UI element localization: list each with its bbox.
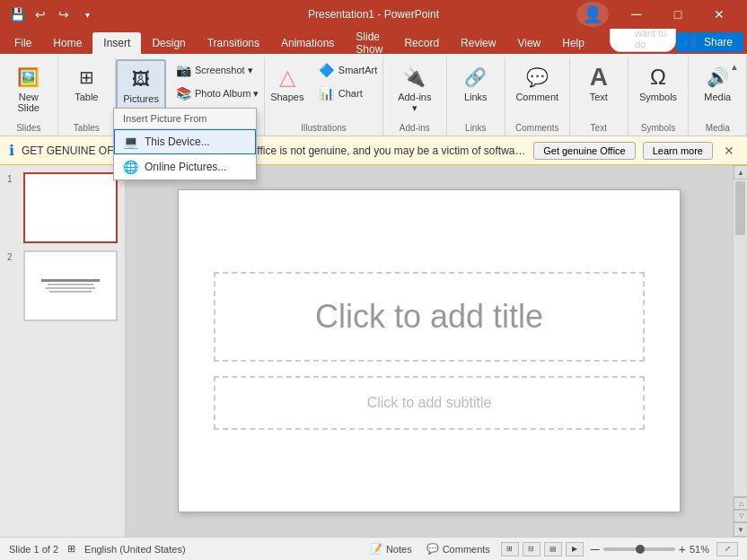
subtitle-placeholder[interactable]: Click to add subtitle xyxy=(214,376,645,430)
addins-icon: 🔌 xyxy=(400,63,429,92)
reading-view-button[interactable]: ▤ xyxy=(544,542,562,556)
slide-canvas[interactable]: Click to add title Click to add subtitle xyxy=(178,189,681,512)
scroll-thumb[interactable] xyxy=(735,181,745,235)
comment-icon: 💬 xyxy=(523,63,551,92)
redo-button[interactable]: ↪ xyxy=(54,4,74,24)
group-label-comments: Comments xyxy=(515,123,558,136)
shapes-icon: △ xyxy=(273,63,302,92)
zoom-slider[interactable] xyxy=(603,547,675,551)
slide-thumbnail-1[interactable]: 1 xyxy=(7,172,118,243)
shapes-button[interactable]: △ Shapes xyxy=(265,59,310,106)
subtitle-placeholder-text: Click to add subtitle xyxy=(367,395,492,411)
symbols-button[interactable]: Ω Symbols xyxy=(634,59,682,106)
group-label-slides: Slides xyxy=(16,123,40,136)
scroll-up-button[interactable]: ▲ xyxy=(734,165,747,179)
screenshot-button[interactable]: 📷 Screenshot ▾ xyxy=(170,59,264,81)
status-left: Slide 1 of 2 ⊞ English (United States) xyxy=(9,543,186,555)
fit-slide-button[interactable]: ⤢ xyxy=(716,542,738,556)
slideshow-button[interactable]: ▶ xyxy=(566,542,584,556)
view-icons: ⊞ ⊟ ▤ ▶ xyxy=(501,542,584,556)
slide-preview-1[interactable] xyxy=(23,172,118,243)
minimize-button[interactable]: ─ xyxy=(616,0,657,29)
ribbon-group-comments: 💬 Comment Comments xyxy=(505,57,570,136)
slide-thumbnail-2[interactable]: 2 xyxy=(7,250,118,321)
share-button[interactable]: 👤 Share xyxy=(676,32,743,52)
this-device-option[interactable]: 💻 This Device... xyxy=(114,129,256,154)
new-slide-button[interactable]: 🖼️ NewSlide xyxy=(6,59,51,117)
table-button[interactable]: ⊞ Table xyxy=(64,59,109,106)
notification-close-button[interactable]: ✕ xyxy=(720,142,738,160)
vertical-scrollbar[interactable]: ▲ △ ▽ ▼ xyxy=(733,165,747,537)
slide-info-icon[interactable]: ⊞ xyxy=(67,543,75,555)
scroll-down-button[interactable]: ▼ xyxy=(734,522,747,537)
save-button[interactable]: 💾 xyxy=(7,4,27,24)
tab-record[interactable]: Record xyxy=(393,32,450,54)
ribbon-group-slides: 🖼️ NewSlide Slides xyxy=(0,57,58,136)
tab-file[interactable]: File xyxy=(4,32,42,54)
ribbon-group-items-illustrations: △ Shapes 🔷 SmartArt 📊 Chart xyxy=(261,57,386,123)
symbols-icon: Ω xyxy=(644,63,672,92)
photo-album-icon: 📚 xyxy=(175,85,191,101)
group-label-tables: Tables xyxy=(74,123,100,136)
addins-button[interactable]: 🔌 Add-ins ▾ xyxy=(392,59,437,118)
this-device-icon: 💻 xyxy=(123,135,137,149)
tab-animations[interactable]: Animations xyxy=(270,32,345,54)
links-button[interactable]: 🔗 Links xyxy=(453,59,498,106)
undo-button[interactable]: ↩ xyxy=(31,4,50,24)
group-label-addins: Add-ins xyxy=(400,123,430,136)
tab-home[interactable]: Home xyxy=(42,32,92,54)
pictures-icon: 🖼 xyxy=(127,65,155,93)
notes-icon: 📝 xyxy=(370,543,382,555)
group-label-media: Media xyxy=(706,123,730,136)
ribbon-group-addins: 🔌 Add-ins ▾ Add-ins xyxy=(383,57,447,136)
customize-qat-button[interactable]: ▾ xyxy=(77,4,97,24)
comment-button[interactable]: 💬 Comment xyxy=(510,59,564,106)
notification-text: GET GENUINE OFFICE This copy of Microsof… xyxy=(22,144,526,157)
tab-review[interactable]: Review xyxy=(450,32,506,54)
ribbon-group-items-text: A Text xyxy=(573,57,625,123)
title-placeholder[interactable]: Click to add title xyxy=(214,272,645,362)
zoom-out-button[interactable]: ─ xyxy=(591,542,600,556)
tab-view[interactable]: View xyxy=(506,32,551,54)
photo-album-button[interactable]: 📚 Photo Album ▾ xyxy=(170,83,264,104)
ribbon-collapse-button[interactable]: ▲ xyxy=(725,57,743,75)
comments-button[interactable]: 💬 Comments xyxy=(423,541,494,556)
title-placeholder-text: Click to add title xyxy=(315,298,543,336)
notes-button[interactable]: 📝 Notes xyxy=(366,541,416,556)
learn-more-button[interactable]: Learn more xyxy=(643,142,713,160)
normal-view-button[interactable]: ⊞ xyxy=(501,542,519,556)
zoom-in-button[interactable]: + xyxy=(679,542,686,556)
ribbon-group-items-addins: 🔌 Add-ins ▾ xyxy=(389,57,441,123)
table-icon: ⊞ xyxy=(72,63,101,92)
tab-transitions[interactable]: Transitions xyxy=(197,32,270,54)
notification-bar: ℹ GET GENUINE OFFICE This copy of Micros… xyxy=(0,136,747,165)
slide-preview-2[interactable] xyxy=(23,250,118,321)
ribbon-group-items-tables: ⊞ Table xyxy=(60,57,112,123)
smartart-button[interactable]: 🔷 SmartArt xyxy=(313,59,382,81)
ribbon-group-tables: ⊞ Table Tables xyxy=(58,57,117,136)
new-slide-icon: 🖼️ xyxy=(14,63,43,92)
canvas-area: Click to add title Click to add subtitle xyxy=(126,165,733,537)
text-button[interactable]: A Text xyxy=(576,59,621,106)
ribbon: 🖼️ NewSlide Slides ⊞ Table Tables 🖼 Pict… xyxy=(0,54,747,136)
close-button[interactable]: ✕ xyxy=(699,0,740,29)
tab-insert[interactable]: Insert xyxy=(92,32,141,54)
titlebar-title: Presentation1 - PowerPoint xyxy=(308,8,439,21)
tab-help[interactable]: Help xyxy=(551,32,595,54)
online-pictures-option[interactable]: 🌐 Online Pictures... xyxy=(114,154,256,179)
get-genuine-office-button[interactable]: Get genuine Office xyxy=(533,142,636,160)
tab-design[interactable]: Design xyxy=(141,32,196,54)
notes-label: Notes xyxy=(386,544,412,555)
ribbon-group-illustrations: △ Shapes 🔷 SmartArt 📊 Chart Illustration… xyxy=(265,57,382,136)
group-label-links: Links xyxy=(465,123,486,136)
tab-slideshow[interactable]: Slide Show xyxy=(345,32,393,54)
links-icon: 🔗 xyxy=(461,63,490,92)
dropdown-header: Insert Picture From xyxy=(114,109,256,129)
maximize-button[interactable]: □ xyxy=(657,0,699,29)
zoom-controls: ─ + 51% xyxy=(591,542,709,556)
scroll-page-up[interactable]: △ xyxy=(734,497,747,510)
slide-sorter-button[interactable]: ⊟ xyxy=(523,542,540,556)
chart-button[interactable]: 📊 Chart xyxy=(313,83,382,104)
scroll-page-down[interactable]: ▽ xyxy=(734,510,747,522)
quick-access-toolbar: 💾 ↩ ↪ ▾ xyxy=(7,4,97,24)
